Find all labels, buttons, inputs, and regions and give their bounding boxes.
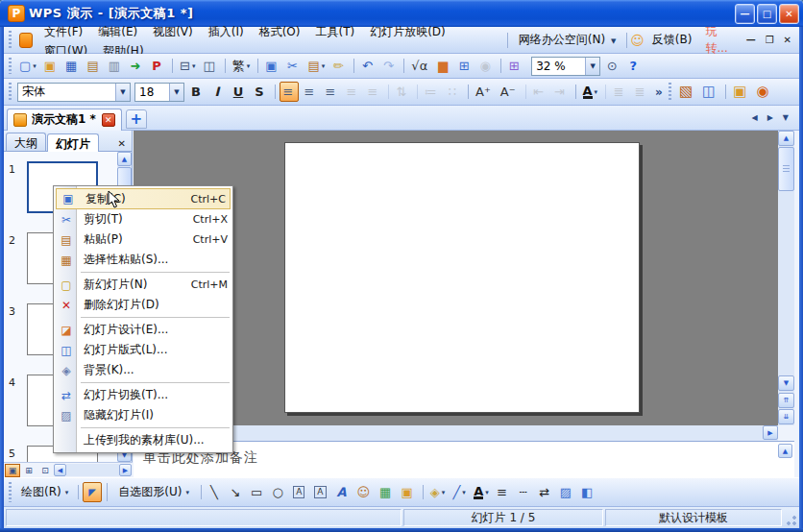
- scroll-left-icon[interactable]: ◀: [54, 464, 66, 476]
- ctx-copy[interactable]: ▣ 复制(C) Ctrl+C: [56, 188, 231, 209]
- close-button[interactable]: ✕: [779, 4, 799, 24]
- line-color-tool[interactable]: ╱ ▾: [450, 482, 469, 502]
- export-button[interactable]: ➜: [127, 56, 146, 76]
- fill-color-tool[interactable]: ◈ ▾: [427, 482, 449, 502]
- design-template-indicator[interactable]: 默认设计模板: [605, 509, 782, 526]
- previous-slide-icon[interactable]: ⇈: [778, 393, 794, 408]
- slide-canvas[interactable]: [284, 142, 640, 413]
- vertical-scrollbar[interactable]: ▲ ▼ ⇈ ⇊: [778, 131, 794, 425]
- bullets-button[interactable]: ∷: [444, 82, 463, 102]
- scrollbar-thumb[interactable]: [778, 147, 794, 191]
- document-tab[interactable]: 演示文稿1 * ✕: [7, 109, 122, 131]
- vertical-textbox-tool[interactable]: A: [311, 482, 330, 502]
- bold-button[interactable]: B: [187, 82, 207, 102]
- tab-scroll-left-icon[interactable]: ◀: [748, 110, 762, 125]
- numbering-button[interactable]: ≔: [422, 82, 442, 102]
- menu-tools[interactable]: 工具(T): [307, 20, 362, 43]
- online-materials-button[interactable]: ◉: [753, 82, 773, 102]
- open-button[interactable]: ▣: [41, 56, 61, 76]
- align-left-button[interactable]: ≡: [280, 82, 299, 102]
- menu-format[interactable]: 格式(O): [252, 20, 308, 43]
- tab-slides[interactable]: 幻灯片: [47, 133, 99, 152]
- ctx-slide-transition[interactable]: ⇄ 幻灯片切换(T)...: [55, 385, 231, 405]
- autoshapes-menu-button[interactable]: 自选图形(U) ▾: [111, 480, 196, 504]
- line-style-tool[interactable]: ≡: [494, 482, 513, 502]
- ctx-cut[interactable]: ✂ 剪切(T) Ctrl+X: [55, 209, 231, 230]
- ctx-paste[interactable]: ▤ 粘贴(P) Ctrl+V: [55, 230, 231, 250]
- font-color-tool[interactable]: A ▾: [471, 482, 492, 502]
- textbox-tool[interactable]: A: [290, 482, 309, 502]
- panel-close-icon[interactable]: ✕: [114, 136, 130, 151]
- font-size-combo[interactable]: 18 ▼: [134, 83, 184, 102]
- maximize-button[interactable]: □: [757, 4, 777, 24]
- dash-style-tool[interactable]: ┄: [515, 482, 534, 502]
- insert-table-button[interactable]: ⊞: [455, 56, 474, 76]
- slide-layout-pane-button[interactable]: ◫: [699, 82, 720, 102]
- undo-button[interactable]: ↶: [358, 56, 377, 76]
- cut-button[interactable]: ✂: [284, 56, 304, 76]
- copy-button[interactable]: ▣: [262, 56, 281, 76]
- line-spacing-button[interactable]: ≣: [610, 82, 629, 102]
- new-slide-pane-button[interactable]: ▧: [676, 82, 697, 102]
- underline-button[interactable]: U: [230, 82, 249, 102]
- panel-h-scrollbar[interactable]: ◀ ▶: [54, 464, 132, 477]
- text-shadow-button[interactable]: S: [251, 82, 270, 102]
- font-name-combo[interactable]: 宋体 ▼: [17, 83, 131, 102]
- menu-insert[interactable]: 插入(I): [201, 20, 252, 43]
- clipart-tool[interactable]: ☺: [354, 482, 376, 502]
- menu-slideshow[interactable]: 幻灯片放映(D): [362, 20, 453, 43]
- font-color-button[interactable]: A ▾: [580, 82, 601, 102]
- toolbar-grip[interactable]: [669, 83, 671, 101]
- export-pdf-button[interactable]: P: [148, 56, 167, 76]
- font-size-dropdown-icon[interactable]: ▼: [169, 84, 183, 101]
- increase-indent-button[interactable]: ⇥: [551, 82, 571, 102]
- ctx-slide-layout[interactable]: ◫ 幻灯片版式(L)...: [55, 340, 231, 360]
- toolbar-grip[interactable]: [9, 83, 12, 101]
- font-dropdown-icon[interactable]: ▼: [115, 84, 130, 101]
- materials-tool[interactable]: ▣: [398, 482, 417, 502]
- ctx-upload-materials[interactable]: 上传到我的素材库(U)...: [55, 430, 231, 450]
- align-center-button[interactable]: ≡: [301, 82, 320, 102]
- insert-formula-button[interactable]: √α: [408, 56, 432, 76]
- ctx-paste-special[interactable]: ▦ 选择性粘贴(S)...: [55, 250, 231, 270]
- tab-list-icon[interactable]: ▼: [779, 110, 792, 125]
- toolbar-grip[interactable]: [9, 58, 12, 75]
- normal-view-button[interactable]: ▣: [5, 464, 20, 477]
- slideshow-view-button[interactable]: ⊡: [37, 464, 53, 477]
- new-tab-button[interactable]: +: [126, 109, 147, 129]
- redo-button[interactable]: ↷: [379, 56, 399, 76]
- scroll-up-icon[interactable]: ▲: [778, 444, 792, 458]
- minimize-button[interactable]: —: [735, 4, 755, 24]
- doc-restore-button[interactable]: ❐: [761, 33, 779, 47]
- doc-minimize-button[interactable]: —: [742, 33, 761, 47]
- scroll-down-icon[interactable]: ▼: [778, 375, 794, 391]
- zoom-combo[interactable]: 32 % ▼: [531, 57, 600, 76]
- align-right-button[interactable]: ≡: [322, 82, 341, 102]
- scroll-up-icon[interactable]: ▲: [117, 152, 132, 166]
- scroll-right-icon[interactable]: ▶: [119, 464, 132, 476]
- paste-button[interactable]: ▤ ▾: [305, 56, 328, 76]
- wordart-tool[interactable]: A: [333, 482, 353, 502]
- promo-link[interactable]: 玩转...: [699, 24, 741, 57]
- italic-button[interactable]: I: [208, 82, 228, 102]
- doc-close-button[interactable]: ✕: [779, 33, 796, 47]
- grid-button[interactable]: ⊞: [505, 56, 524, 76]
- new-document-button[interactable]: ▢ ▾: [16, 56, 39, 76]
- file-package-button[interactable]: ▥: [106, 56, 125, 76]
- ctx-background[interactable]: ◈ 背景(K)...: [55, 360, 231, 380]
- send-mail-button[interactable]: ▤: [84, 56, 103, 76]
- toolbar-grip[interactable]: [9, 482, 12, 501]
- tab-scroll-right-icon[interactable]: ▶: [764, 110, 777, 125]
- find-button[interactable]: ⊙: [603, 56, 622, 76]
- draw-menu-button[interactable]: 绘图(R) ▾: [15, 481, 74, 503]
- 3d-tool[interactable]: ◧: [578, 482, 597, 502]
- paragraph-spacing-button[interactable]: ≣: [631, 82, 650, 102]
- ctx-hide-slide[interactable]: ▨ 隐藏幻灯片(I): [55, 405, 231, 425]
- simplified-to-traditional-button[interactable]: 繁 ▾: [230, 56, 254, 76]
- zoom-dropdown-icon[interactable]: ▼: [585, 58, 599, 75]
- scroll-up-icon[interactable]: ▲: [778, 131, 794, 146]
- ctx-delete-slide[interactable]: ✕ 删除幻灯片(D): [55, 295, 231, 315]
- select-tool[interactable]: ◤: [83, 482, 102, 502]
- resize-grip[interactable]: [784, 509, 797, 526]
- print-button[interactable]: ⊟ ▾: [177, 56, 198, 76]
